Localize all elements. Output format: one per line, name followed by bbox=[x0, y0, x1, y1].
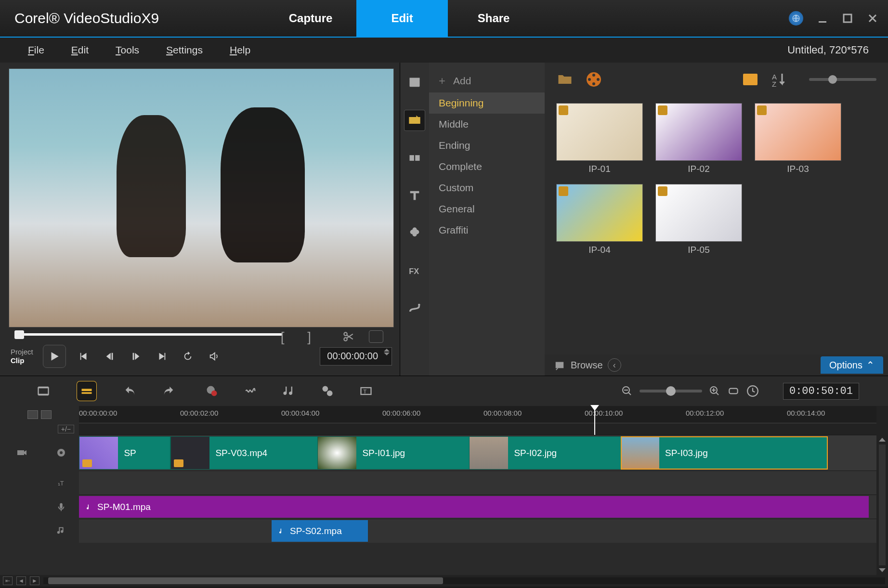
svg-rect-21 bbox=[39, 387, 49, 389]
clock-icon[interactable] bbox=[746, 385, 759, 397]
menu-edit[interactable]: Edit bbox=[58, 41, 102, 59]
timeline-timecode[interactable]: 0:00:50:01 bbox=[783, 383, 859, 400]
music-clip[interactable]: SP-S02.mpa bbox=[272, 520, 368, 542]
track-motion-button[interactable] bbox=[318, 381, 337, 401]
scroll-far-left[interactable]: ⇤ bbox=[3, 576, 13, 585]
thumb-ip03[interactable]: IP-03 bbox=[755, 103, 841, 174]
scissors-icon[interactable] bbox=[342, 330, 354, 343]
video-lane[interactable]: SPSP-V03.mp4SP-I01.jpgSP-I02.jpgSP-I03.j… bbox=[79, 435, 876, 470]
title-track-icon[interactable]: ₁T bbox=[43, 470, 79, 495]
voice-track-header[interactable] bbox=[0, 495, 43, 519]
thumb-ip02[interactable]: IP-02 bbox=[655, 103, 742, 174]
scrub-bar[interactable]: [ ] bbox=[10, 331, 393, 337]
scroll-left-button[interactable]: ‹ bbox=[608, 358, 621, 372]
zoom-out-icon[interactable] bbox=[621, 385, 633, 397]
timeline-hscroll[interactable]: ⇤ ◄ ► bbox=[0, 575, 888, 587]
mark-brackets[interactable]: [ ] bbox=[281, 329, 321, 345]
split-button[interactable] bbox=[369, 330, 383, 343]
main-tabs: Capture Edit Share bbox=[265, 0, 539, 37]
zoom-in-icon[interactable] bbox=[709, 385, 720, 397]
preview-pane: [ ] Project Clip 00:00:00:00 bbox=[0, 63, 400, 376]
tab-edit[interactable]: Edit bbox=[356, 0, 448, 37]
view-thumb-icon[interactable] bbox=[742, 71, 759, 88]
menu-settings[interactable]: Settings bbox=[153, 41, 216, 59]
record-button[interactable] bbox=[202, 381, 222, 401]
timecode-spinner[interactable] bbox=[384, 349, 390, 355]
tab-share[interactable]: Share bbox=[448, 0, 539, 37]
mixer-button[interactable] bbox=[241, 381, 260, 401]
add-track-button[interactable]: +/− bbox=[58, 425, 74, 433]
close-icon[interactable] bbox=[867, 13, 878, 24]
cat-custom[interactable]: Custom bbox=[429, 177, 545, 198]
fit-icon[interactable] bbox=[727, 385, 740, 397]
maximize-icon[interactable] bbox=[842, 13, 853, 24]
scrub-thumb[interactable] bbox=[14, 330, 24, 339]
hscroll-thumb[interactable] bbox=[48, 577, 443, 584]
menu-tools[interactable]: Tools bbox=[102, 41, 153, 59]
auto-music-button[interactable] bbox=[279, 381, 299, 401]
thumb-size-slider[interactable] bbox=[809, 78, 876, 81]
music-track-icon[interactable] bbox=[43, 519, 79, 543]
libtab-title[interactable] bbox=[404, 185, 425, 206]
libtab-instant[interactable] bbox=[404, 110, 425, 131]
music-lane[interactable]: SP-S02.mpa bbox=[79, 519, 876, 543]
video-track-header[interactable] bbox=[0, 435, 43, 470]
minimize-icon[interactable] bbox=[817, 13, 828, 24]
libtab-transition[interactable] bbox=[404, 147, 425, 169]
cat-middle[interactable]: Middle bbox=[429, 114, 545, 135]
browse-button[interactable]: Browse bbox=[549, 360, 608, 371]
voice-track-icon[interactable] bbox=[43, 495, 79, 519]
volume-button[interactable] bbox=[206, 348, 222, 365]
libtab-path[interactable] bbox=[404, 298, 425, 319]
libtab-graphic[interactable] bbox=[404, 222, 425, 244]
globe-icon[interactable] bbox=[789, 11, 803, 26]
prev-frame-button[interactable] bbox=[102, 348, 118, 365]
menu-help[interactable]: Help bbox=[216, 41, 264, 59]
undo-button[interactable] bbox=[120, 381, 140, 401]
tab-capture[interactable]: Capture bbox=[265, 0, 356, 37]
cat-beginning[interactable]: Beginning bbox=[429, 92, 545, 114]
preview-window[interactable] bbox=[9, 68, 394, 327]
music-track-header[interactable] bbox=[0, 519, 43, 543]
thumb-ip05[interactable]: IP-05 bbox=[655, 184, 742, 255]
zoom-slider[interactable] bbox=[640, 390, 702, 392]
folder-icon[interactable] bbox=[556, 71, 574, 88]
add-category-button[interactable]: +Add bbox=[429, 69, 545, 92]
timeline-ruler[interactable]: 00:00:00:0000:00:02:0000:00:04:0000:00:0… bbox=[79, 406, 876, 423]
scrub-track[interactable] bbox=[18, 333, 282, 336]
timeline-view-button[interactable] bbox=[77, 381, 96, 401]
options-button[interactable]: Options ⌃ bbox=[821, 356, 883, 374]
menu-file[interactable]: File bbox=[14, 41, 58, 59]
voice-lane[interactable]: SP-M01.mpa bbox=[79, 495, 876, 519]
video-clip[interactable]: SP bbox=[79, 436, 170, 470]
libtab-media[interactable] bbox=[404, 72, 425, 93]
ruler-header[interactable] bbox=[0, 406, 79, 423]
title-lane[interactable] bbox=[79, 470, 876, 495]
reel-icon[interactable] bbox=[585, 71, 602, 88]
go-end-button[interactable] bbox=[154, 348, 170, 365]
cat-graffiti[interactable]: Graffiti bbox=[429, 220, 545, 241]
scroll-left[interactable]: ◄ bbox=[16, 576, 26, 585]
video-clip[interactable]: SP-I03.jpg bbox=[621, 436, 828, 470]
storyboard-view-button[interactable] bbox=[34, 381, 53, 401]
preview-timecode[interactable]: 00:00:00:00 bbox=[320, 347, 392, 366]
next-frame-button[interactable] bbox=[128, 348, 144, 365]
project-clip-toggle[interactable]: Project Clip bbox=[11, 348, 33, 365]
go-start-button[interactable] bbox=[76, 348, 92, 365]
cat-general[interactable]: General bbox=[429, 198, 545, 220]
thumb-ip04[interactable]: IP-04 bbox=[556, 184, 643, 255]
title-track-header[interactable] bbox=[0, 470, 43, 495]
thumb-ip01[interactable]: IP-01 bbox=[556, 103, 643, 174]
libtab-fx[interactable]: FX bbox=[404, 260, 425, 281]
sort-icon[interactable]: AZ bbox=[770, 71, 788, 88]
redo-button[interactable] bbox=[159, 381, 178, 401]
timeline-vscroll[interactable] bbox=[876, 435, 888, 575]
cat-complete[interactable]: Complete bbox=[429, 156, 545, 177]
video-track-toggle[interactable] bbox=[43, 435, 79, 470]
subtitle-button[interactable]: T bbox=[356, 381, 376, 401]
repeat-button[interactable] bbox=[180, 348, 196, 365]
play-button[interactable] bbox=[43, 345, 66, 368]
voice-clip[interactable]: SP-M01.mpa bbox=[79, 496, 869, 518]
cat-ending[interactable]: Ending bbox=[429, 135, 545, 156]
scroll-right[interactable]: ► bbox=[30, 576, 39, 585]
